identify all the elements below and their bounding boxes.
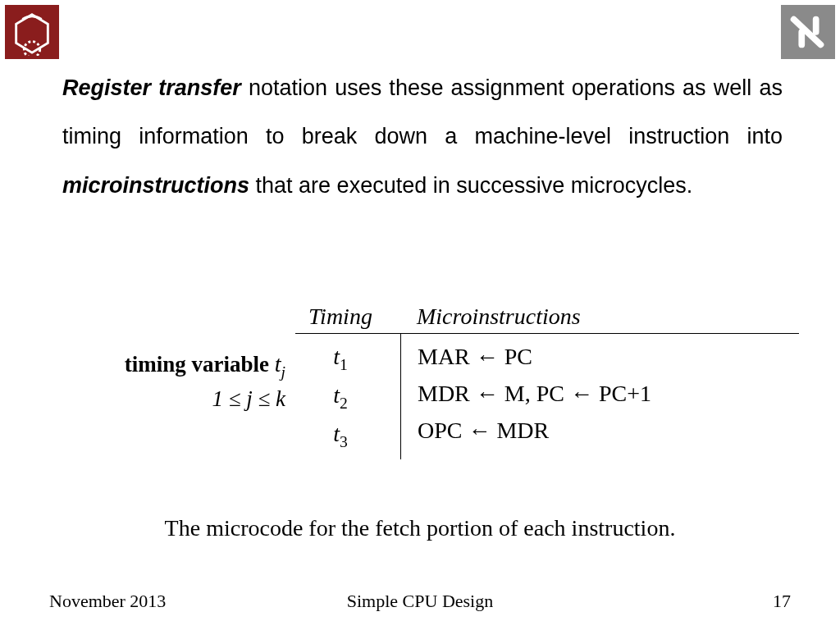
slide-footer: November 2013 Simple CPU Design 17 — [49, 591, 791, 612]
micro-3: OPC ← MDR — [418, 413, 799, 450]
micro-1: MAR ← PC — [418, 339, 799, 376]
figure-caption: The microcode for the fetch portion of e… — [0, 515, 840, 541]
slide: Register transfer notation uses these as… — [0, 0, 840, 630]
term-register-transfer: Register transfer — [62, 75, 241, 100]
th-timing: Timing — [295, 304, 400, 330]
tv-sub: j — [281, 363, 285, 381]
tv-range: 1 ≤ j ≤ k — [41, 386, 285, 412]
term-microinstructions: microinstructions — [62, 173, 249, 198]
footer-date: November 2013 — [49, 591, 166, 612]
technion-logo-icon — [5, 5, 59, 59]
aleph-logo-icon — [781, 5, 835, 59]
timing-variable-label: timing variable tj 1 ≤ j ≤ k — [41, 304, 295, 412]
microcode-table: timing variable tj 1 ≤ j ≤ k Timing Micr… — [41, 304, 799, 459]
t3: t3 — [295, 416, 386, 454]
th-microinstructions: Microinstructions — [400, 304, 799, 330]
t2: t2 — [295, 377, 386, 416]
footer-page-number: 17 — [773, 591, 791, 612]
col-timing: t1 t2 t3 — [295, 334, 401, 459]
col-microinstructions: MAR ← PC MDR ← M, PC ← PC+1 OPC ← MDR — [401, 334, 799, 459]
t1: t1 — [295, 339, 386, 377]
body-paragraph: Register transfer notation uses these as… — [62, 64, 783, 210]
tv-label: timing variable — [125, 352, 275, 377]
paragraph-tail: that are executed in successive microcyc… — [249, 173, 692, 198]
tv-var: t — [275, 351, 281, 377]
micro-2: MDR ← M, PC ← PC+1 — [418, 376, 799, 413]
